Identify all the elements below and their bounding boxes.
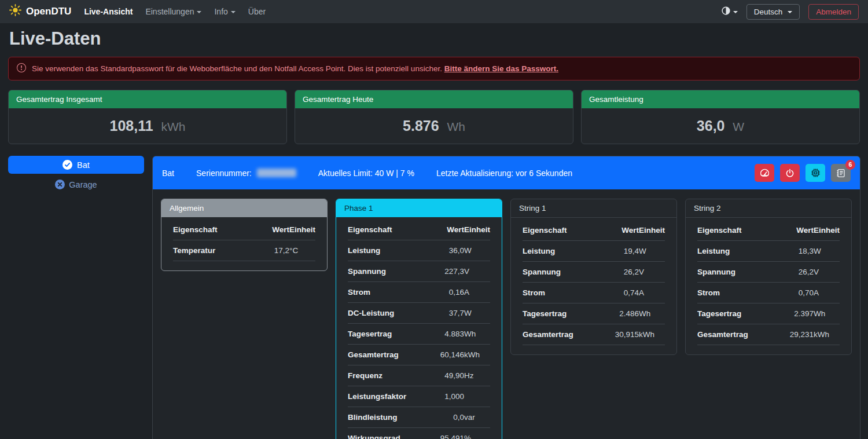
logout-button[interactable]: Abmelden: [808, 4, 859, 20]
event-log-button[interactable]: 6: [831, 164, 851, 182]
row-property: Wirkungsgrad: [348, 428, 426, 439]
table-row-gesamtertrag: Gesamtertrag60,146kWh: [348, 345, 490, 365]
row-property: Gesamtertrag: [523, 324, 601, 345]
inverter-select-bat[interactable]: Bat: [8, 156, 144, 174]
totals-row: Gesamtertrag Insgesamt 108,11 kWh Gesamt…: [8, 90, 860, 144]
row-property: Temperatur: [173, 240, 251, 261]
nav-item-info[interactable]: Info: [214, 7, 235, 16]
row-property: Strom: [697, 283, 775, 303]
table-row-tagesertrag: Tagesertrag4.883Wh: [348, 324, 490, 345]
speedometer-icon: [760, 168, 770, 178]
data-table: Eigenschaft Wert Einheit Leistung36,0WSp…: [348, 220, 490, 439]
row-property: DC-Leistung: [348, 303, 426, 324]
inverter-select-garage[interactable]: Garage: [8, 180, 144, 189]
total-card-gesamtleistung: Gesamtleistung 36,0 W: [581, 90, 860, 144]
column-header-property: Eigenschaft: [348, 220, 426, 240]
row-value: 4.883: [426, 324, 464, 345]
row-value: 26,2: [775, 262, 814, 283]
nav-item-ber[interactable]: Über: [248, 7, 266, 16]
row-unit: V: [464, 261, 490, 282]
row-unit: V: [814, 262, 840, 283]
sun-icon: [9, 4, 21, 19]
column-header-value: Wert: [426, 220, 464, 240]
row-value: 0,16: [426, 282, 464, 303]
row-value: 36,0: [426, 240, 464, 261]
row-property: Spannung: [523, 262, 601, 283]
row-value: 60,146: [426, 345, 464, 365]
row-property: Strom: [348, 282, 426, 303]
data-table: Eigenschaft Wert Einheit Temperatur17,2°…: [173, 220, 315, 261]
table-row-dc-leistung: DC-Leistung37,7W: [348, 303, 490, 324]
row-unit: Wh: [639, 303, 665, 324]
table-row-blindleistung: Blindleistung0,0var: [348, 407, 490, 428]
data-card-string-2: String 2 Eigenschaft Wert Einheit Leistu…: [685, 199, 852, 355]
power-settings-button[interactable]: [780, 164, 800, 182]
column-header-unit: Einheit: [289, 220, 315, 240]
table-row-temperatur: Temperatur17,2°C: [173, 240, 315, 261]
nav-item-einstellungen[interactable]: Einstellungen: [145, 7, 201, 16]
x-circle-icon: [55, 180, 65, 189]
inverter-name: Bat: [162, 169, 174, 178]
data-card-phase-1: Phase 1 Eigenschaft Wert Einheit Leistun…: [336, 199, 502, 439]
column-header-property: Eigenschaft: [523, 220, 601, 241]
row-value: 37,7: [426, 303, 464, 324]
nav-item-live-ansicht[interactable]: Live-Ansicht: [84, 7, 133, 16]
table-row-leistungsfaktor: Leistungsfaktor1,000: [348, 386, 490, 407]
row-value: 26,2: [601, 262, 639, 283]
column-header-property: Eigenschaft: [173, 220, 251, 240]
data-card-title: String 1: [511, 199, 676, 218]
navbar-right: Deutsch Abmelden: [722, 4, 859, 20]
current-limit: Aktuelles Limit: 40 W | 7 %: [318, 169, 414, 178]
row-value: 2.397: [775, 303, 814, 324]
exclamation-circle-icon: [17, 63, 26, 74]
inverter-panel-header: Bat Seriennummer: Aktuelles Limit: 40 W …: [153, 156, 860, 189]
table-row-spannung: Spannung26,2V: [697, 262, 840, 283]
row-unit: Hz: [464, 365, 490, 386]
change-password-link[interactable]: Bitte ändern Sie das Passwort.: [444, 64, 558, 73]
navbar: OpenDTU Live-AnsichtEinstellungenInfoÜbe…: [0, 0, 868, 23]
total-card-value: 36,0: [697, 118, 725, 134]
table-row-spannung: Spannung26,2V: [523, 262, 665, 283]
table-row-spannung: Spannung227,3V: [348, 261, 490, 282]
total-card-title: Gesamtertrag Heute: [295, 90, 573, 108]
row-unit: V: [639, 262, 665, 283]
total-card-value: 108,11: [110, 118, 153, 134]
row-unit: W: [639, 241, 665, 262]
limit-settings-button[interactable]: [755, 164, 774, 182]
table-row-leistung: Leistung18,3W: [697, 241, 840, 262]
table-row-strom: Strom0,74A: [523, 283, 665, 303]
inverter-sidebar: BatGarage: [8, 156, 144, 189]
brand-label: OpenDTU: [26, 6, 71, 17]
data-card-title: Phase 1: [336, 199, 502, 217]
total-card-title: Gesamtertrag Insgesamt: [9, 90, 286, 108]
total-card-value: 5.876: [403, 118, 439, 134]
row-value: 19,4: [601, 241, 639, 262]
alert-text: Sie verwenden das Standardpasswort für d…: [32, 64, 558, 73]
row-unit: Wh: [464, 324, 490, 345]
column-header-unit: Einheit: [464, 220, 490, 240]
row-value: 0,0: [426, 407, 464, 428]
row-value: 17,2: [251, 240, 289, 261]
row-value: 95,491: [426, 428, 464, 439]
brand[interactable]: OpenDTU: [9, 4, 71, 19]
device-info-button[interactable]: [806, 164, 825, 182]
theme-toggle[interactable]: [722, 6, 738, 17]
circle-half-icon: [722, 6, 730, 17]
row-unit: W: [464, 240, 490, 261]
row-property: Tagesertrag: [348, 324, 426, 345]
data-card-string-1: String 1 Eigenschaft Wert Einheit Leistu…: [510, 199, 677, 355]
row-unit: [464, 386, 490, 407]
total-card-unit: kWh: [158, 120, 186, 133]
column-header-value: Wert: [775, 220, 814, 241]
table-row-strom: Strom0,70A: [697, 283, 840, 303]
column-header-unit: Einheit: [639, 220, 665, 241]
row-value: 18,3: [775, 241, 814, 262]
journal-icon: [836, 169, 845, 178]
row-value: 29,231: [775, 324, 814, 345]
table-row-strom: Strom0,16A: [348, 282, 490, 303]
table-row-wirkungsgrad: Wirkungsgrad95,491%: [348, 428, 490, 439]
language-select-button[interactable]: Deutsch: [746, 4, 800, 20]
total-card-unit: Wh: [444, 120, 465, 133]
data-card-title: Allgemein: [161, 199, 327, 217]
nav-links: Live-AnsichtEinstellungenInfoÜber: [84, 7, 266, 16]
